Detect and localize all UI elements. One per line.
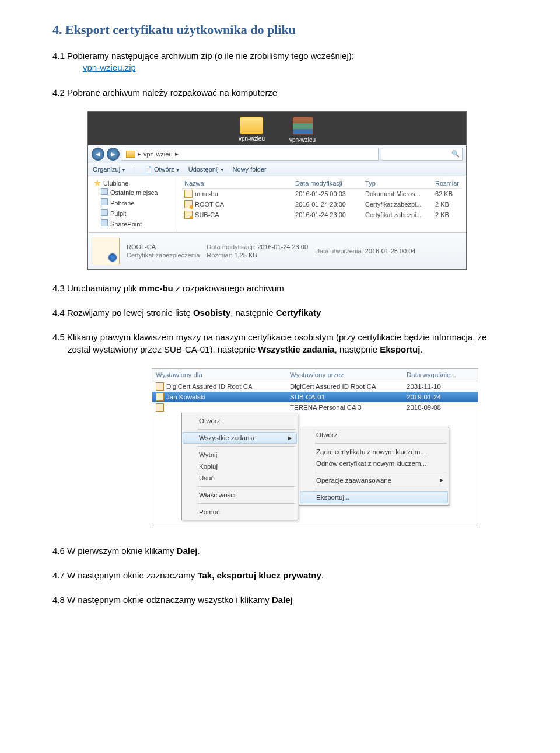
search-box[interactable]: 🔍 xyxy=(381,148,463,161)
nav-item[interactable]: SharePoint xyxy=(90,218,174,229)
cert-row[interactable]: DigiCert Assured ID Root CA DigiCert Ass… xyxy=(152,381,478,392)
para-4-8: 4.8 W następnym oknie odznaczamy wszystk… xyxy=(52,594,509,606)
menu-cut[interactable]: Wytnij xyxy=(183,449,297,461)
submenu-advanced[interactable]: Operacje zaawansowane▶ xyxy=(300,475,448,486)
screenshot-context-menu: Wystawiony dla Wystawiony przez Data wyg… xyxy=(152,368,478,524)
menu-open[interactable]: Otwórz xyxy=(183,415,297,427)
section-title: 4. Eksport certyfikatu użytkownika do pl… xyxy=(52,22,509,37)
chevron-right-icon: ▶ xyxy=(288,435,292,441)
toolbar-share[interactable]: Udostępnij▼ xyxy=(188,166,225,173)
para-4-3: 4.3 Uruchamiamy plik mmc-bu z rozpakowan… xyxy=(52,283,509,294)
address-bar[interactable]: ▸ vpn-wzieu ▸ xyxy=(122,148,379,161)
nav-pane: Ulubione Ostatnie miejsca Pobrane Pulpit… xyxy=(88,176,177,232)
para-4-1: 4.1 Pobieramy następujące archiwum zip (… xyxy=(52,50,509,74)
submenu-open[interactable]: Otwórz xyxy=(300,429,448,441)
submenu-renew-new[interactable]: Odnów certyfikat z nowym kluczem... xyxy=(300,458,448,469)
para-4-5: 4.5 Klikamy prawym klawiszem myszy na na… xyxy=(52,332,509,355)
winrar-icon xyxy=(292,117,313,135)
chevron-right-icon: ▶ xyxy=(440,477,443,483)
para-4-6: 4.6 W pierwszym oknie klikamy Dalej. xyxy=(52,545,509,557)
para-4-2: 4.2 Pobrane archiwum należy rozpakować n… xyxy=(52,87,509,99)
toolbar-open[interactable]: 📄 Otwórz▼ xyxy=(144,166,180,173)
nav-favorites-head[interactable]: Ulubione xyxy=(90,180,174,187)
explorer-toolbar: Organizuj▼ | 📄 Otwórz▼ Udostępnij▼ Nowy … xyxy=(88,163,466,176)
archive-item[interactable]: vpn-wzieu xyxy=(289,117,316,143)
para-4-4: 4.4 Rozwijamy po lewej stronie listę Oso… xyxy=(52,307,509,319)
submenu-request-new[interactable]: Żądaj certyfikatu z nowym kluczem... xyxy=(300,446,448,458)
detail-cert-icon xyxy=(93,238,120,264)
nav-back-button[interactable]: ◄ xyxy=(92,148,104,161)
nav-item[interactable]: Ostatnie miejsca xyxy=(90,187,174,197)
section-text: Eksport certyfikatu użytkownika do pliku xyxy=(65,22,296,37)
search-icon: 🔍 xyxy=(452,150,460,158)
cert-icon xyxy=(156,382,164,391)
cert-icon xyxy=(184,211,192,219)
screenshot-explorer: vpn-wzieu vpn-wzieu ◄ ► ▸ vpn-wzieu ▸ 🔍 … xyxy=(88,111,467,270)
menu-help[interactable]: Pomoc xyxy=(183,506,297,518)
path-folder-icon xyxy=(126,151,135,158)
details-pane: ROOT-CA Certyfikat zabezpieczenia Data m… xyxy=(88,232,466,269)
menu-properties[interactable]: Właściwości xyxy=(183,489,297,501)
columns-header[interactable]: Nazwa Data modyfikacji Typ Rozmiar xyxy=(182,179,461,189)
address-bar-row: ◄ ► ▸ vpn-wzieu ▸ 🔍 xyxy=(88,145,466,163)
toolbar-organize[interactable]: Organizuj▼ xyxy=(93,166,126,173)
desktop-strip: vpn-wzieu vpn-wzieu xyxy=(88,112,466,145)
menu-all-tasks[interactable]: Wszystkie zadania▶ xyxy=(183,432,297,444)
folder-item[interactable]: vpn-wzieu xyxy=(239,117,265,143)
nav-item[interactable]: Pobrane xyxy=(90,197,174,208)
submenu-export[interactable]: Eksportuj... xyxy=(300,491,448,503)
context-menu-sub: Otwórz Żądaj certyfikatu z nowym kluczem… xyxy=(299,427,449,506)
link-vpn-zip[interactable]: vpn-wzieu.zip xyxy=(83,62,136,72)
file-row[interactable]: ROOT-CA 2016-01-24 23:00 Certyfikat zabe… xyxy=(182,199,461,210)
nav-item[interactable]: Pulpit xyxy=(90,208,174,218)
file-row[interactable]: mmc-bu 2016-01-25 00:03 Dokument Micros.… xyxy=(182,189,461,199)
star-icon xyxy=(94,180,101,187)
nav-fwd-button[interactable]: ► xyxy=(107,148,120,161)
para-4-7: 4.7 W następnym oknie zaznaczamy Tak, ek… xyxy=(52,570,509,581)
menu-copy[interactable]: Kopiuj xyxy=(183,461,297,472)
menu-delete[interactable]: Usuń xyxy=(183,472,297,484)
cert-icon xyxy=(184,200,192,208)
cert-columns-header[interactable]: Wystawiony dla Wystawiony przez Data wyg… xyxy=(152,369,478,381)
cert-row[interactable]: TERENA Personal CA 3 2018-09-08 xyxy=(152,402,478,413)
folder-icon xyxy=(240,117,263,134)
cert-row-selected[interactable]: Jan Kowalski SUB-CA-01 2019-01-24 xyxy=(152,392,478,402)
cert-icon xyxy=(156,393,164,401)
file-list: Nazwa Data modyfikacji Typ Rozmiar mmc-b… xyxy=(177,176,466,232)
toolbar-newfolder[interactable]: Nowy folder xyxy=(233,166,267,173)
cert-icon xyxy=(156,403,164,412)
file-row[interactable]: SUB-CA 2016-01-24 23:00 Certyfikat zabez… xyxy=(182,210,461,220)
section-num: 4. xyxy=(52,22,62,37)
context-menu-main: Otwórz Wszystkie zadania▶ Wytnij Kopiuj … xyxy=(181,413,298,520)
file-icon xyxy=(184,190,192,198)
